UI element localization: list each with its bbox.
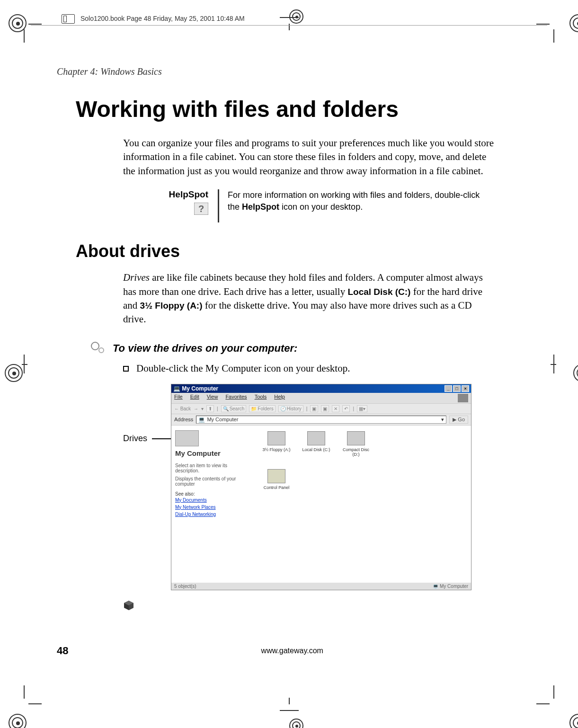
helpspot-text: For more information on working with fil… bbox=[228, 189, 516, 213]
menu-file[interactable]: File bbox=[174, 394, 183, 402]
move-to-button[interactable]: ▣ bbox=[310, 405, 318, 412]
minimize-button[interactable]: _ bbox=[445, 385, 452, 392]
menu-edit[interactable]: Edit bbox=[190, 394, 199, 402]
crop-mark-icon bbox=[569, 14, 578, 32]
link-dialup[interactable]: Dial-Up Networking bbox=[175, 511, 250, 518]
status-bar: 5 object(s) 💻 My Computer bbox=[171, 582, 471, 590]
up-button[interactable]: ⬆ bbox=[206, 405, 214, 412]
pane-description: Select an item to view its description. bbox=[175, 463, 250, 473]
crop-line bbox=[536, 703, 550, 704]
menu-tools[interactable]: Tools bbox=[255, 394, 267, 402]
menu-view[interactable]: View bbox=[207, 394, 218, 402]
section-heading: About drives bbox=[76, 241, 516, 261]
address-label: Address bbox=[174, 417, 193, 422]
menu-favorites[interactable]: Favorites bbox=[225, 394, 247, 402]
go-button[interactable]: ▶ Go bbox=[449, 416, 468, 424]
crop-line bbox=[24, 29, 25, 43]
drive-local-disk[interactable]: Local Disk (C:) bbox=[300, 431, 333, 452]
crop-line bbox=[280, 710, 299, 711]
header-rule bbox=[31, 25, 547, 26]
book-icon bbox=[62, 14, 75, 24]
search-button[interactable]: 🔍 Search bbox=[221, 405, 247, 412]
see-also-label: See also: bbox=[175, 491, 250, 497]
my-computer-icon bbox=[175, 430, 199, 446]
page-number: 48 bbox=[57, 645, 68, 657]
crop-mark-icon bbox=[289, 719, 303, 728]
callout-label: Drives bbox=[123, 434, 147, 590]
window-title: My Computer bbox=[182, 385, 218, 392]
menu-bar: File Edit View Favorites Tools Help bbox=[171, 393, 471, 404]
helpspot-label: HelpSpot bbox=[123, 189, 208, 200]
delete-button[interactable]: ✕ bbox=[332, 405, 339, 412]
crop-mark-icon bbox=[5, 364, 23, 382]
drives-paragraph: Drives are like file cabinets because th… bbox=[123, 271, 497, 327]
gears-icon bbox=[90, 341, 107, 356]
crop-line bbox=[553, 29, 554, 43]
book-info-text: Solo1200.book Page 48 Friday, May 25, 20… bbox=[80, 15, 245, 22]
crop-mark-icon bbox=[573, 364, 578, 382]
footer-url: www.gateway.com bbox=[261, 647, 323, 655]
chapter-label: Chapter 4: Windows Basics bbox=[57, 66, 516, 77]
instruction-heading: To view the drives on your computer: bbox=[113, 342, 297, 355]
crop-line bbox=[24, 685, 25, 699]
drive-floppy[interactable]: 3½ Floppy (A:) bbox=[260, 431, 293, 452]
end-of-procedure-icon bbox=[123, 600, 134, 611]
maximize-button[interactable]: □ bbox=[453, 385, 461, 392]
window-titlebar: 💻 My Computer _ □ × bbox=[171, 384, 471, 393]
intro-paragraph: You can organize your files and programs… bbox=[123, 136, 497, 178]
floppy-icon bbox=[267, 431, 285, 445]
history-button[interactable]: 🕘 History bbox=[278, 405, 303, 412]
crop-line bbox=[28, 703, 42, 704]
status-object-count: 5 object(s) bbox=[174, 584, 196, 589]
helpspot-icon: ? bbox=[194, 203, 208, 215]
helpspot-callout: HelpSpot ? For more information on worki… bbox=[123, 189, 516, 222]
pane-title: My Computer bbox=[175, 449, 250, 457]
crop-line bbox=[22, 364, 27, 365]
close-button[interactable]: × bbox=[462, 385, 469, 392]
copy-to-button[interactable]: ▣ bbox=[321, 405, 329, 412]
svg-text:?: ? bbox=[198, 204, 204, 214]
control-panel-icon bbox=[267, 469, 285, 483]
address-bar: Address 💻 My Computer ▾ ▶ Go bbox=[171, 414, 471, 426]
crop-mark-icon bbox=[9, 714, 27, 728]
crop-line bbox=[536, 24, 550, 25]
info-pane: My Computer Select an item to view its d… bbox=[171, 426, 254, 582]
crop-line bbox=[28, 24, 42, 25]
back-button[interactable]: ← Back bbox=[174, 406, 191, 411]
my-computer-window: 💻 My Computer _ □ × File Edit View Favor… bbox=[171, 384, 471, 590]
book-header: Solo1200.book Page 48 Friday, May 25, 20… bbox=[62, 14, 245, 24]
divider bbox=[218, 189, 219, 222]
page-title: Working with files and folders bbox=[76, 96, 516, 122]
drive-cd[interactable]: Compact Disc (D:) bbox=[339, 431, 373, 457]
control-panel-item[interactable]: Control Panel bbox=[260, 469, 293, 490]
link-network-places[interactable]: My Network Places bbox=[175, 504, 250, 511]
link-my-documents[interactable]: My Documents bbox=[175, 497, 250, 504]
crop-line bbox=[289, 698, 290, 704]
crop-line bbox=[551, 364, 556, 365]
toolbar: ← Back → ▾ ⬆ | 🔍 Search 📁 Folders 🕘 Hist… bbox=[171, 404, 471, 414]
menu-help[interactable]: Help bbox=[274, 394, 285, 402]
undo-button[interactable]: ↶ bbox=[342, 405, 350, 412]
crop-line bbox=[553, 685, 554, 699]
views-button[interactable]: ▦▾ bbox=[357, 405, 367, 412]
forward-button[interactable]: → bbox=[194, 406, 198, 411]
throbber-icon bbox=[458, 394, 468, 402]
address-input[interactable]: 💻 My Computer ▾ bbox=[196, 416, 446, 424]
drives-pane: 3½ Floppy (A:) Local Disk (C:) Compact D… bbox=[254, 426, 471, 582]
crop-mark-icon bbox=[289, 9, 303, 24]
cd-drive-icon bbox=[347, 431, 365, 445]
bullet-icon bbox=[123, 366, 129, 372]
status-location: 💻 My Computer bbox=[433, 584, 468, 589]
crop-mark-icon bbox=[569, 714, 578, 728]
pane-description2: Displays the contents of your computer bbox=[175, 476, 250, 487]
folders-button[interactable]: 📁 Folders bbox=[249, 405, 275, 412]
hard-disk-icon bbox=[307, 431, 325, 445]
callout-line bbox=[152, 438, 171, 439]
instruction-step: Double-click the My Computer icon on you… bbox=[123, 363, 516, 374]
